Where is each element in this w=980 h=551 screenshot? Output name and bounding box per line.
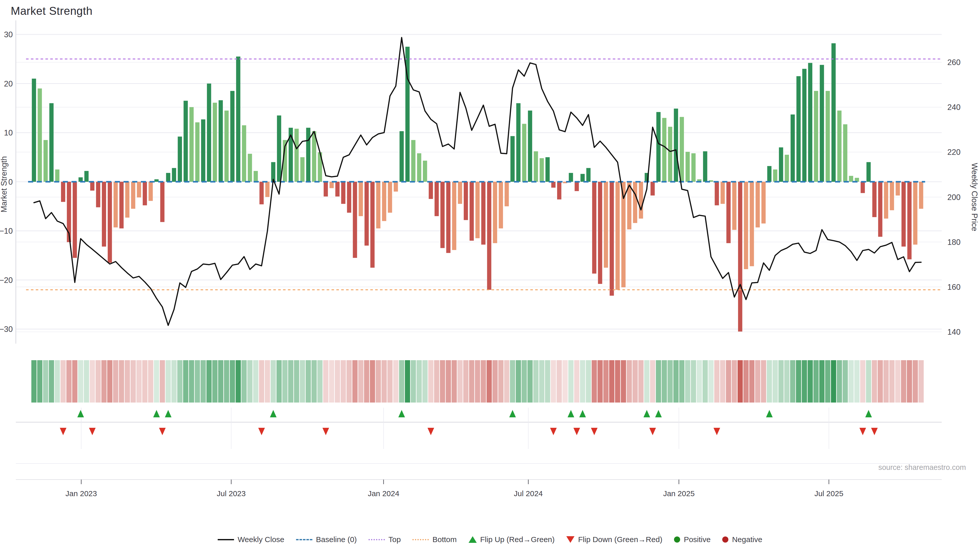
strength-bar [353, 182, 357, 258]
strength-bar [219, 100, 223, 182]
x-axis-tick-label: Jul 2024 [514, 489, 542, 498]
heatmap-cell [306, 360, 311, 403]
heatmap-cell [854, 360, 859, 403]
legend-positive[interactable]: Positive [674, 535, 711, 544]
legend-negative-label: Negative [732, 535, 762, 544]
strength-bar [84, 171, 89, 182]
y-axis-tick-right: 240 [947, 103, 961, 112]
heatmap-cell [796, 360, 801, 403]
chart-legend: Weekly CloseBaseline (0)TopBottomFlip Up… [0, 535, 980, 544]
legend-top-label: Top [388, 535, 401, 544]
heatmap-cell [650, 360, 655, 403]
legend-flip-down[interactable]: Flip Down (Green→Red) [566, 535, 662, 544]
strength-bar [230, 91, 234, 182]
heatmap-cell [463, 360, 468, 403]
legend-baseline-label: Baseline (0) [316, 535, 357, 544]
heatmap-cell [563, 360, 568, 403]
heatmap-cell [662, 360, 667, 403]
left-axis-title: Market Strength [0, 156, 8, 213]
strength-bar [732, 182, 737, 230]
strength-bar [143, 182, 147, 205]
flip-down-marker [89, 428, 96, 435]
heatmap-cell [154, 360, 159, 403]
heatmap-cell [60, 360, 65, 403]
heatmap-cell [574, 360, 579, 403]
strength-bar [656, 112, 661, 182]
heatmap-cell [107, 360, 112, 403]
legend-baseline[interactable]: Baseline (0) [296, 535, 357, 544]
heatmap-cell [405, 360, 410, 403]
heatmap-cell [849, 360, 854, 403]
heatmap-cell [878, 360, 883, 403]
strength-bar [335, 182, 340, 197]
heatmap-cell [883, 360, 889, 403]
heatmap-cell [498, 360, 503, 403]
strength-bar [294, 129, 299, 182]
legend-flip-up[interactable]: Flip Up (Red→Green) [469, 535, 555, 544]
heatmap-cell [743, 360, 749, 403]
heatmap-cell [165, 360, 171, 403]
strength-bar [411, 140, 415, 182]
strength-bar [866, 162, 871, 182]
y-axis-tick-left: −20 [0, 276, 13, 285]
legend-top[interactable]: Top [369, 535, 401, 544]
heatmap-cell [907, 360, 912, 403]
heatmap-cell [224, 360, 229, 403]
legend-flip-up-label: Flip Up (Red→Green) [480, 535, 555, 544]
strength-bar [359, 182, 363, 216]
strength-bar [213, 103, 217, 182]
strength-bar [341, 182, 345, 204]
strength-bar [779, 148, 783, 182]
heatmap-cell [784, 360, 789, 403]
legend-bottom[interactable]: Bottom [412, 535, 457, 544]
strength-bar [610, 182, 614, 296]
heatmap-cell [183, 360, 188, 403]
strength-bar [96, 182, 100, 207]
legend-negative[interactable]: Negative [722, 535, 762, 544]
flip-down-marker [323, 428, 329, 435]
legend-top-swatch-icon [369, 539, 385, 540]
strength-bar [73, 182, 77, 258]
strength-bar [726, 182, 731, 243]
strength-bar [767, 166, 772, 182]
strength-bar [254, 171, 258, 182]
heatmap-cell [329, 360, 334, 403]
heatmap-cell [889, 360, 894, 403]
y-axis-tick-left: −30 [0, 325, 13, 333]
strength-bar [277, 116, 281, 182]
heatmap-cell [528, 360, 533, 403]
heatmap-cell [335, 360, 340, 403]
strength-bar [703, 151, 708, 182]
strength-bar [49, 103, 54, 182]
legend-weekly-close[interactable]: Weekly Close [218, 535, 284, 544]
strength-bar [114, 182, 118, 227]
x-axis-tick-label: Jul 2023 [217, 489, 245, 498]
heatmap-cell [504, 360, 509, 403]
strength-bar [137, 182, 141, 198]
strength-bar [837, 110, 842, 182]
y-axis-tick-left: 0 [8, 178, 13, 186]
heatmap-cell [101, 360, 107, 403]
strength-bar [878, 182, 883, 237]
heatmap-cell [481, 360, 486, 403]
heatmap-cell [738, 360, 743, 403]
heatmap-cell [399, 360, 404, 403]
heatmap-cell [440, 360, 445, 403]
y-axis-tick-left: 30 [4, 30, 13, 39]
heatmap-cell [726, 360, 731, 403]
strength-bar [750, 182, 754, 266]
y-axis-tick-left: 20 [4, 79, 13, 88]
heatmap-cell [860, 360, 865, 403]
strength-bar [504, 182, 509, 206]
legend-weekly-close-label: Weekly Close [238, 535, 284, 544]
heatmap-cell [235, 360, 241, 403]
heatmap-cell [125, 360, 130, 403]
flip-up-marker [766, 410, 773, 417]
flip-up-marker [655, 410, 662, 417]
flip-down-marker [871, 428, 878, 435]
strength-bar [843, 124, 848, 182]
strength-bar [522, 124, 527, 182]
heatmap-cell [901, 360, 906, 403]
strength-bar [499, 182, 503, 229]
y-axis-tick-left: −10 [0, 227, 13, 235]
